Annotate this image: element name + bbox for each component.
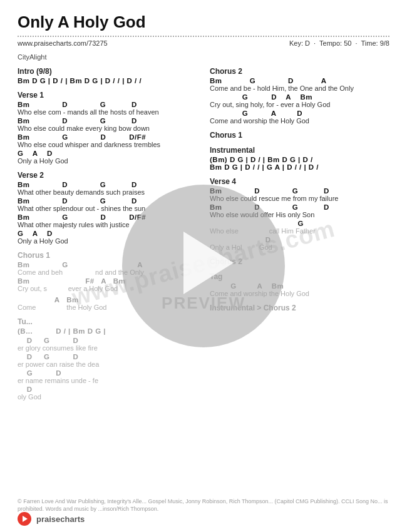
ch1l-chord2: Bm F# A Bm [18, 277, 197, 285]
section-verse2: Verse 2 Bm D G D What other beauty deman… [18, 171, 197, 245]
v2-chord4: G A D [18, 230, 197, 237]
copyright: © Farren Love And War Publishing, Integr… [18, 498, 389, 513]
v4-chord4: D [210, 236, 389, 243]
ch1l-lyric1: Come and beh nd and the Only [18, 269, 197, 276]
ch1l-lyric2: Cry out, s ever a Holy God [18, 285, 197, 292]
v1-chord2: Bm D G D [18, 117, 197, 125]
section-inst-chorus2: Instrumental > Chorus 2 [210, 304, 389, 312]
footer: praisecharts [18, 512, 389, 526]
v4-lyric4: Only a Hol God [210, 243, 389, 251]
inst-chorus2-title: Instrumental > Chorus 2 [210, 304, 389, 312]
right-column: Chorus 2 Bm G D A Come and be - hold Him… [210, 67, 389, 407]
ch1l-lyric3: Come the Holy God [18, 304, 197, 311]
v4-lyric1: Who else could rescue me from my failure [210, 195, 389, 202]
inst-chord1: (Bm) D G | D / | Bm D G | D / [210, 156, 389, 163]
v4-chord1: Bm D G D [210, 187, 389, 195]
tu-chord1: D G D [18, 337, 197, 344]
section-turnaround: Tu... (B... D / | Bm D G | D G D er glor… [18, 317, 197, 401]
song-url[interactable]: www.praisecharts.com/73275 [18, 39, 108, 47]
divider [18, 36, 389, 37]
footer-logo[interactable] [18, 512, 31, 526]
section-intro: Intro (9/8) Bm D G | D / | Bm D G | D / … [18, 67, 197, 84]
v1-chord1: Bm D G D [18, 101, 197, 108]
tag-chord1: G A Bm [210, 282, 389, 290]
v2-chord1: Bm D G D [18, 181, 197, 188]
chorus1-left-title: Chorus 1 [18, 251, 197, 260]
tu-lyric2: er power can raise the dea [18, 361, 197, 368]
content-columns: Intro (9/8) Bm D G | D / | Bm D G | D / … [18, 67, 389, 407]
v4-lyric3: Who else call Him Father [210, 227, 389, 235]
tu-lyric3: er name remains unde - fe [18, 377, 197, 384]
intro-title: Intro (9/8) [18, 67, 197, 76]
page: Only A Holy God www.praisecharts.com/732… [0, 0, 407, 532]
ch2-lyric1: Come and be - hold Him, the One and the … [210, 84, 389, 92]
v2-lyric1: What other beauty demands such praises [18, 188, 197, 196]
ch2-chord2: G D A Bm [210, 93, 389, 101]
verse2-title: Verse 2 [18, 171, 197, 180]
section-verse1: Verse 1 Bm D G D Who else com - mands al… [18, 91, 197, 165]
intro-chord: Bm D G | D / | Bm D G | D / / | D / / [18, 77, 197, 84]
v2-chord2: Bm D G D [18, 197, 197, 205]
inst-chord2: Bm D G | D / / | G A | D / / | D / [210, 163, 389, 171]
tu-chord2: D G D [18, 353, 197, 361]
v1-chord4: G A D [18, 150, 197, 157]
song-title: Only A Holy God [18, 13, 389, 32]
section-chorus1-left: Chorus 1 Bm G A Come and beh nd and the … [18, 251, 197, 311]
tag-lyric1: Come and worship the Holy God [210, 290, 389, 297]
v4-chord3: G [210, 220, 389, 227]
section-instrumental: Instrumental (Bm) D G | D / | Bm D G | D… [210, 146, 389, 171]
v1-lyric2: Who else could make every king bow down [18, 125, 197, 132]
v1-chord3: Bm G D D/F# [18, 133, 197, 141]
v2-chord3: Bm G D D/F# [18, 213, 197, 221]
section-chorus2: Chorus 2 Bm G D A Come and be - hold Him… [210, 67, 389, 125]
chorus1-ref-title: Chorus 1 [210, 131, 389, 140]
v1-lyric3: Who else coud whisper and darkness tremb… [18, 141, 197, 148]
ch1l-chord3: A Bm [18, 296, 197, 304]
v1-lyric4: Only a Holy God [18, 157, 197, 165]
artist-name: CityAlight [18, 53, 389, 61]
v4-chord2: Bm D G D [210, 203, 389, 211]
section-tag: Tag G A Bm Come and worship the Holy God [210, 272, 389, 297]
tu-chord0: (B... D / | Bm D G | [18, 327, 197, 335]
ch1l-chord1: Bm G A [18, 261, 197, 269]
verse1-title: Verse 1 [18, 91, 197, 100]
tu-chord4: D [18, 386, 197, 393]
meta-row: www.praisecharts.com/73275 Key: D · Temp… [18, 39, 389, 47]
left-column: Intro (9/8) Bm D G | D / | Bm D G | D / … [18, 67, 197, 407]
tu-lyric4: oly God [18, 393, 197, 401]
footer-play-icon [23, 516, 28, 522]
instrumental-title: Instrumental [210, 146, 389, 155]
ch2-chord3: G A D [210, 110, 389, 117]
section-chorus2-ref: Chorus 2 [210, 257, 389, 266]
v1-lyric1: Who else com - mands all the hosts of he… [18, 108, 197, 116]
tu-title: Tu... [18, 317, 197, 326]
chorus2-title: Chorus 2 [210, 67, 389, 76]
tu-chord3: G D [18, 369, 197, 377]
ch2-chord1: Bm G D A [210, 77, 389, 84]
ch2-lyric2: Cry out, sing holy, for - ever a Holy Go… [210, 101, 389, 108]
verse4-title: Verse 4 [210, 177, 389, 186]
footer-brand[interactable]: praisecharts [36, 514, 85, 524]
song-meta: Key: D · Tempo: 50 · Time: 9/8 [289, 39, 389, 47]
v2-lyric3: What other majesty rules with justice [18, 221, 197, 228]
tu-lyric1: er glory consumes like fire [18, 344, 197, 352]
tag-title: Tag [210, 272, 389, 281]
section-verse4: Verse 4 Bm D G D Who else could rescue m… [210, 177, 389, 251]
v2-lyric2: What other splendour out - shines the su… [18, 205, 197, 212]
v2-lyric4: Only a Holy God [18, 237, 197, 245]
section-chorus1-ref: Chorus 1 [210, 131, 389, 140]
ch2-lyric3: Come and worship the Holy God [210, 117, 389, 125]
chorus2-ref-title: Chorus 2 [210, 257, 389, 266]
v4-lyric2: Who else would offer His only Son [210, 211, 389, 218]
